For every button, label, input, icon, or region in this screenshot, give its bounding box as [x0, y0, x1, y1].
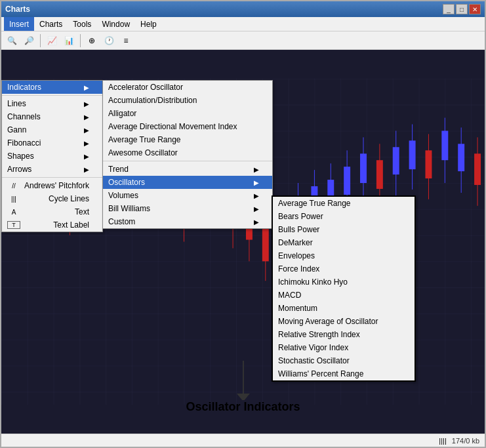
toolbar-btn-5[interactable]: ⊕ [84, 33, 100, 48]
osc-rsi[interactable]: Relative Strength Index [273, 328, 415, 341]
ind-accelerator[interactable]: Accelerator Oscillator [103, 81, 272, 94]
alligator-label: Alligator [108, 109, 136, 118]
trend-arrow: ▶ [254, 166, 259, 173]
osc-bulls-label: Bulls Power [278, 225, 319, 234]
osc-envelopes[interactable]: Envelopes [273, 249, 415, 262]
fibonacci-label: Fibonacci [7, 138, 41, 148]
sep-2 [2, 177, 102, 178]
volumes-arrow: ▶ [254, 192, 259, 199]
shapes-label: Shapes [7, 152, 34, 161]
osc-force-label: Force Index [278, 264, 319, 274]
insert-lines[interactable]: Lines ▶ [2, 97, 102, 110]
menu-charts[interactable]: Charts [34, 17, 68, 31]
menu-window[interactable]: Window [96, 17, 135, 31]
insert-shapes[interactable]: Shapes ▶ [2, 150, 102, 163]
osc-bulls[interactable]: Bulls Power [273, 223, 415, 236]
shapes-arrow: ▶ [84, 153, 89, 160]
menu-insert[interactable]: Insert [4, 17, 34, 31]
gann-arrow: ▶ [84, 127, 89, 134]
arrows-arrow: ▶ [84, 166, 89, 173]
ind-alligator[interactable]: Alligator [103, 107, 272, 120]
pitchfork-label: Andrews' Pitchfork [24, 181, 89, 190]
toolbar-btn-6[interactable]: 🕐 [101, 33, 117, 48]
ind-atr[interactable]: Average True Range [103, 133, 272, 146]
insert-arrows[interactable]: Arrows ▶ [2, 163, 102, 176]
insert-indicators[interactable]: Indicators ▶ [2, 81, 102, 94]
osc-ichimoku[interactable]: Ichimoku Kinko Hyo [273, 275, 415, 289]
insert-gann[interactable]: Gann ▶ [2, 123, 102, 136]
osc-stochastic[interactable]: Stochastic Oscillator [273, 354, 415, 367]
sep-1 [2, 95, 102, 96]
osc-rsi-label: Relative Strength Index [278, 330, 360, 339]
osc-atr[interactable]: Average True Range [273, 197, 415, 210]
trend-label: Trend [108, 165, 129, 174]
ind-accumulation[interactable]: Accumulation/Distribution [103, 94, 272, 107]
ind-custom[interactable]: Custom ▶ [103, 215, 272, 228]
menu-bar: Insert Charts Tools Window Help [1, 17, 485, 31]
ind-awesome[interactable]: Awesome Oscillator [103, 146, 272, 159]
text-t-icon: T [7, 221, 20, 229]
osc-williams-label: Williams' Percent Range [278, 369, 363, 378]
osc-stochastic-label: Stochastic Oscillator [278, 356, 350, 365]
toolbar-btn-2[interactable]: 🔎 [21, 33, 37, 48]
osc-mao[interactable]: Moving Average of Oscillator [273, 315, 415, 328]
ind-volumes[interactable]: Volumes ▶ [103, 189, 272, 202]
osc-ichimoku-label: Ichimoku Kinko Hyo [278, 277, 348, 287]
atr-label: Average True Range [108, 135, 181, 144]
window-title: Charts [5, 5, 30, 14]
gann-label: Gann [7, 125, 26, 134]
awesome-label: Awesome Oscillator [108, 148, 178, 157]
accelerator-label: Accelerator Oscillator [108, 83, 183, 92]
toolbar-btn-4[interactable]: 📊 [61, 33, 77, 48]
insert-cyclelines[interactable]: ||| Cycle Lines [2, 192, 102, 205]
insert-text[interactable]: A Text [2, 205, 102, 218]
ind-trend[interactable]: Trend ▶ [103, 163, 272, 176]
osc-rvi-label: Relative Vigor Index [278, 343, 348, 352]
osc-macd[interactable]: MACD [273, 289, 415, 302]
text-a-icon: A [7, 209, 20, 216]
pitchfork-icon: // [7, 182, 20, 190]
osc-atr-label: Average True Range [278, 199, 351, 208]
insert-dropdown: Indicators ▶ Lines ▶ Channels ▶ Gann ▶ [1, 80, 103, 232]
indicators-arrow: ▶ [84, 84, 89, 91]
volumes-label: Volumes [108, 191, 138, 200]
ind-oscillators[interactable]: Oscillators ▶ [103, 176, 272, 189]
osc-mao-label: Moving Average of Oscillator [278, 317, 378, 326]
toolbar-btn-3[interactable]: 📈 [44, 33, 60, 48]
custom-label: Custom [108, 217, 135, 226]
osc-momentum[interactable]: Momentum [273, 302, 415, 315]
lines-label: Lines [7, 99, 26, 108]
menu-help[interactable]: Help [135, 17, 162, 31]
osc-williams[interactable]: Williams' Percent Range [273, 367, 415, 380]
insert-pitchfork[interactable]: // Andrews' Pitchfork [2, 179, 102, 192]
status-memory: 174/0 kb [452, 437, 479, 445]
ind-admi[interactable]: Average Directional Movement Index [103, 120, 272, 133]
osc-demarker[interactable]: DeMarker [273, 236, 415, 249]
toolbar-sep-1 [40, 34, 41, 47]
insert-channels[interactable]: Channels ▶ [2, 110, 102, 123]
toolbar-btn-1[interactable]: 🔍 [4, 33, 20, 48]
cyclelines-label: Cycle Lines [49, 194, 89, 203]
title-bar: Charts _ □ ✕ [1, 1, 485, 17]
indicators-submenu: Accelerator Oscillator Accumulation/Dist… [102, 80, 273, 229]
oscillators-label: Oscillators [108, 178, 145, 187]
toolbar-btn-7[interactable]: ≡ [118, 33, 134, 48]
minimize-btn[interactable]: _ [443, 4, 455, 14]
close-btn[interactable]: ✕ [469, 4, 481, 14]
osc-demarker-label: DeMarker [278, 238, 313, 247]
text-label: Text [75, 207, 89, 216]
billwilliams-label: Bill Williams [108, 204, 150, 213]
ind-sep-1 [103, 161, 272, 161]
insert-textlabel[interactable]: T Text Label [2, 218, 102, 232]
indicators-label: Indicators [7, 83, 41, 92]
ind-billwilliams[interactable]: Bill Williams ▶ [103, 202, 272, 215]
dropdown-overlay: Indicators ▶ Lines ▶ Channels ▶ Gann ▶ [1, 50, 485, 434]
osc-force[interactable]: Force Index [273, 262, 415, 275]
custom-arrow: ▶ [254, 218, 259, 226]
maximize-btn[interactable]: □ [456, 4, 468, 14]
channels-arrow: ▶ [84, 113, 89, 121]
insert-fibonacci[interactable]: Fibonacci ▶ [2, 136, 102, 150]
osc-rvi[interactable]: Relative Vigor Index [273, 341, 415, 354]
osc-bears[interactable]: Bears Power [273, 210, 415, 223]
menu-tools[interactable]: Tools [68, 17, 96, 31]
